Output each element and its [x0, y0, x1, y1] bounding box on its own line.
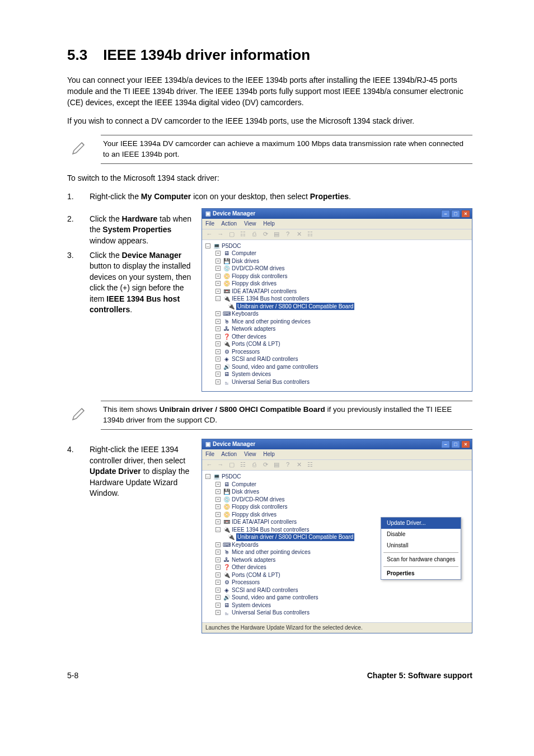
tree-item-label[interactable]: Floppy disk controllers	[232, 503, 287, 511]
tree-toggle[interactable]: +	[216, 289, 221, 294]
tree-toggle[interactable]: +	[216, 565, 221, 570]
tree-toggle[interactable]: +	[216, 603, 221, 608]
toolbar-back-icon[interactable]: ←	[205, 461, 213, 469]
maximize-button[interactable]: □	[451, 210, 460, 218]
tree-toggle[interactable]: +	[216, 372, 221, 377]
tree-toggle[interactable]: +	[216, 572, 221, 577]
tree-item-label[interactable]: Universal Serial Bus controllers	[232, 609, 310, 617]
tree-toggle[interactable]: +	[216, 281, 221, 286]
menu-action[interactable]: Action	[221, 220, 237, 227]
tree-item-label[interactable]: SCSI and RAID controllers	[232, 355, 298, 363]
tree-toggle[interactable]: +	[216, 504, 221, 509]
tree-item-label[interactable]: Other devices	[232, 564, 266, 571]
dm-device-tree[interactable]: –💻P5DOC +🖥Computer +💾Disk drives +💿DVD/C…	[202, 240, 472, 392]
menu-help[interactable]: Help	[263, 220, 275, 227]
toolbar-print-icon[interactable]: ⎙	[250, 461, 258, 469]
tree-toggle[interactable]: +	[216, 311, 221, 316]
tree-toggle[interactable]: +	[216, 595, 221, 600]
toolbar-tree-icon[interactable]: ▤	[273, 231, 280, 238]
toolbar-view-icon[interactable]: ▢	[228, 231, 236, 238]
tree-toggle[interactable]: +	[216, 610, 221, 615]
tree-item-label[interactable]: Keyboards	[232, 310, 259, 318]
tree-item-label[interactable]: IDE ATA/ATAPI controllers	[232, 518, 297, 526]
tree-item-label[interactable]: Floppy disk drives	[232, 280, 277, 288]
tree-item-label[interactable]: System devices	[232, 370, 271, 378]
tree-item-label[interactable]: DVD/CD-ROM drives	[232, 496, 284, 504]
tree-toggle[interactable]: +	[216, 497, 221, 502]
ctx-update-driver[interactable]: Update Driver...	[381, 518, 461, 529]
menu-action[interactable]: Action	[221, 451, 237, 457]
tree-item-label[interactable]: Disk drives	[232, 488, 259, 496]
menu-view[interactable]: View	[244, 451, 256, 457]
tree-toggle[interactable]: +	[216, 356, 221, 361]
menu-file[interactable]: File	[205, 220, 214, 227]
tree-toggle[interactable]: +	[216, 266, 221, 271]
tree-toggle[interactable]: +	[216, 512, 221, 517]
tree-toggle[interactable]: +	[216, 557, 221, 562]
tree-item-label[interactable]: Floppy disk controllers	[232, 273, 287, 280]
toolbar-x-icon[interactable]: ✕	[295, 461, 303, 469]
maximize-button[interactable]: □	[451, 440, 460, 448]
toolbar-view-icon[interactable]: ▢	[228, 461, 236, 469]
toolbar-properties-icon[interactable]: ☷	[239, 461, 247, 469]
tree-item-label[interactable]: Network adapters	[232, 325, 275, 333]
tree-item-label[interactable]: Ports (COM & LPT)	[232, 340, 280, 348]
tree-toggle[interactable]: +	[216, 519, 221, 524]
toolbar-x-icon[interactable]: ✕	[295, 231, 303, 238]
tree-item-label[interactable]: Mice and other pointing devices	[232, 548, 311, 556]
tree-toggle[interactable]: +	[216, 379, 221, 384]
tree-toggle[interactable]: +	[216, 364, 221, 369]
tree-item-selected[interactable]: Unibrain driver / S800 OHCI Compatible B…	[236, 303, 354, 311]
tree-item-label[interactable]: Mice and other pointing devices	[232, 318, 311, 326]
tree-item-label[interactable]: Floppy disk drives	[232, 511, 277, 519]
ctx-properties[interactable]: Properties	[381, 568, 461, 579]
tree-item-label[interactable]: DVD/CD-ROM drives	[232, 265, 284, 273]
toolbar-scan-icon[interactable]: ?	[284, 231, 292, 238]
tree-toggle[interactable]: –	[216, 296, 221, 301]
tree-toggle[interactable]: –	[205, 243, 210, 248]
ctx-disable[interactable]: Disable	[381, 529, 461, 540]
tree-toggle[interactable]: +	[216, 588, 221, 593]
toolbar-properties-icon[interactable]: ☷	[239, 231, 247, 238]
menu-view[interactable]: View	[244, 220, 256, 227]
tree-toggle[interactable]: +	[216, 580, 221, 585]
tree-toggle[interactable]: –	[216, 527, 221, 532]
tree-item-label[interactable]: Network adapters	[232, 556, 275, 564]
tree-toggle[interactable]: +	[216, 259, 221, 264]
tree-item-label[interactable]: Processors	[232, 579, 260, 586]
tree-item-label[interactable]: Sound, video and game controllers	[232, 363, 318, 371]
tree-item-label[interactable]: Sound, video and game controllers	[232, 594, 318, 602]
tree-item-label[interactable]: Computer	[232, 250, 256, 257]
tree-item-label[interactable]: Processors	[232, 348, 260, 356]
tree-toggle[interactable]: +	[216, 349, 221, 354]
tree-toggle[interactable]: +	[216, 326, 221, 331]
minimize-button[interactable]: –	[441, 440, 450, 448]
tree-toggle[interactable]: +	[216, 550, 221, 555]
toolbar-scan-icon[interactable]: ?	[284, 461, 292, 469]
menu-file[interactable]: File	[205, 451, 214, 457]
toolbar-misc-icon[interactable]: ☷	[306, 461, 314, 469]
tree-item-label[interactable]: IEEE 1394 Bus host controllers	[232, 295, 309, 303]
tree-item-label[interactable]: IEEE 1394 Bus host controllers	[232, 526, 309, 534]
toolbar-forward-icon[interactable]: →	[217, 461, 224, 469]
tree-toggle[interactable]: +	[216, 274, 221, 279]
tree-toggle[interactable]: –	[205, 474, 210, 479]
tree-item-label[interactable]: Other devices	[232, 333, 266, 341]
tree-item-label[interactable]: Universal Serial Bus controllers	[232, 378, 310, 386]
tree-item-label[interactable]: SCSI and RAID controllers	[232, 586, 298, 594]
tree-toggle[interactable]: +	[216, 482, 221, 487]
tree-toggle[interactable]: +	[216, 251, 221, 256]
toolbar-misc-icon[interactable]: ☷	[306, 231, 314, 238]
toolbar-forward-icon[interactable]: →	[217, 231, 224, 238]
tree-item-label[interactable]: Keyboards	[232, 541, 259, 549]
tree-toggle[interactable]: +	[216, 334, 221, 339]
toolbar-print-icon[interactable]: ⎙	[250, 231, 258, 238]
tree-toggle[interactable]: +	[216, 319, 221, 324]
tree-item-label[interactable]: IDE ATA/ATAPI controllers	[232, 288, 297, 295]
minimize-button[interactable]: –	[441, 210, 450, 218]
toolbar-tree-icon[interactable]: ▤	[273, 461, 280, 469]
toolbar-back-icon[interactable]: ←	[205, 231, 213, 238]
tree-item-selected[interactable]: Unibrain driver / S800 OHCI Compatible B…	[236, 533, 354, 541]
toolbar-refresh-icon[interactable]: ⟳	[261, 461, 269, 469]
tree-item-label[interactable]: Computer	[232, 481, 256, 489]
